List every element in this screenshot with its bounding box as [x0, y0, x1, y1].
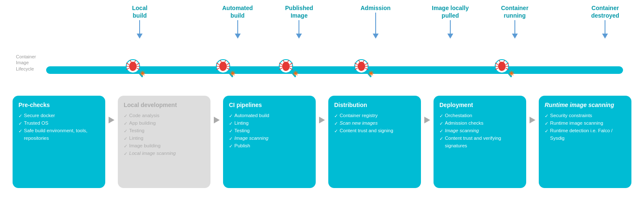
card-ci-item-4: ✓ Publish — [229, 142, 310, 150]
card-local-dev-item-3: ✓ Linting — [124, 135, 205, 142]
arrow-shape — [424, 117, 430, 123]
arrow-shape — [214, 117, 220, 123]
card-dep-item-2: ✓ Image scanning — [439, 127, 520, 135]
stage-auto-build: Automatedbuild — [222, 4, 253, 39]
card-distribution: Distribution ✓ Container registry ✓ Scan… — [328, 96, 421, 188]
scanner-cont-run: ✳ — [491, 56, 516, 83]
stage-cont-run: Containerrunning — [501, 4, 528, 39]
check-icon: ✓ — [229, 135, 233, 142]
arrow-ci-to-dist — [319, 96, 325, 123]
check-icon: ✓ — [124, 150, 127, 157]
check-icon: ✓ — [124, 135, 127, 142]
svg-point-50 — [500, 62, 504, 65]
arrow-shape — [109, 117, 114, 123]
card-runtime-item-1: ✓ Runtime image scanning — [545, 120, 626, 127]
check-icon: ✓ — [124, 128, 127, 135]
card-pre-checks-item-2: ✓ Safe build environment, tools, reposit… — [18, 127, 99, 142]
scanner-auto-build: ✳ — [212, 56, 237, 83]
stage-admission: Admission — [361, 4, 391, 39]
svg-point-38 — [359, 62, 364, 65]
scanner-local-build: ✳ — [122, 56, 147, 83]
stage-admission-label: Admission — [361, 4, 391, 12]
check-icon: ✓ — [229, 112, 233, 120]
check-icon: ✓ — [545, 120, 548, 127]
arrow-dep-to-runtime — [530, 96, 535, 123]
card-pre-checks-item-1: ✓ Trusted OS — [18, 120, 99, 127]
arrow-dist-to-dep — [424, 96, 430, 123]
stage-pub-image: PublishedImage — [285, 4, 313, 39]
check-icon: ✓ — [18, 120, 22, 127]
arrow-local-to-ci — [214, 96, 220, 123]
svg-point-26 — [284, 62, 288, 65]
card-dist-item-0: ✓ Container registry — [334, 112, 415, 120]
check-icon: ✓ — [229, 128, 233, 135]
card-ci-item-0: ✓ Automated build — [229, 112, 310, 120]
lifecycle-label: Container Image Lifecycle — [16, 54, 36, 72]
arrow-shape — [319, 117, 325, 123]
card-runtime-item-2: ✓ Runtime detection i.e. Falco / Sysdig — [545, 127, 626, 142]
stage-auto-build-label: Automatedbuild — [222, 4, 253, 19]
card-local-dev-item-2: ✓ Testing — [124, 127, 205, 135]
check-icon: ✓ — [439, 112, 443, 120]
check-icon: ✓ — [124, 120, 127, 127]
check-icon: ✓ — [439, 135, 443, 142]
scanner-pub-image: ✳ — [275, 56, 300, 83]
card-runtime-item-0: ✓ Security constraints — [545, 112, 626, 120]
check-icon: ✓ — [439, 128, 443, 135]
card-dist-title: Distribution — [334, 102, 415, 109]
stage-cont-dest-label: Containerdestroyed — [591, 4, 619, 19]
card-dep-item-3: ✓ Content trust and verifying signatures — [439, 135, 520, 150]
check-icon: ✓ — [124, 143, 127, 150]
card-local-dev-item-5: ✓ Local image scanning — [124, 150, 205, 157]
check-icon: ✓ — [18, 112, 22, 120]
stage-cont-run-label: Containerrunning — [501, 4, 528, 19]
card-pre-checks: Pre-checks ✓ Secure docker ✓ Trusted OS … — [13, 96, 105, 188]
card-local-dev-item-4: ✓ Image building — [124, 142, 205, 150]
stage-pub-image-label: PublishedImage — [285, 4, 313, 19]
card-dist-item-1: ✓ Scan new images — [334, 120, 415, 127]
card-ci-item-3: ✓ Image scanning — [229, 135, 310, 142]
diagram-wrapper: Container Image Lifecycle Localbuild Aut… — [0, 0, 644, 217]
card-ci-item-1: ✓ Linting — [229, 120, 310, 127]
svg-point-14 — [221, 62, 225, 65]
card-local-dev: Local development ✓ Code analysis ✓ App … — [118, 96, 210, 188]
card-local-dev-item-0: ✓ Code analysis — [124, 112, 205, 120]
stage-img-pulled: Image locallypulled — [432, 4, 469, 39]
card-runtime: Runtime image scanning ✓ Security constr… — [539, 96, 631, 188]
card-runtime-title: Runtime image scanning — [545, 102, 626, 109]
card-local-dev-item-1: ✓ App building — [124, 120, 205, 127]
card-local-dev-title: Local development — [124, 102, 205, 109]
card-dist-item-2: ✓ Content trust and signing — [334, 127, 415, 135]
check-icon: ✓ — [18, 128, 22, 135]
check-icon: ✓ — [545, 128, 548, 135]
scanner-admission: ✳ — [351, 56, 376, 83]
check-icon: ✓ — [545, 112, 548, 120]
card-ci-pipelines: CI pipelines ✓ Automated build ✓ Linting… — [223, 96, 316, 188]
check-icon: ✓ — [334, 128, 338, 135]
arrow-shape — [530, 117, 535, 123]
card-deployment: Deployment ✓ Orchestation ✓ Admission ch… — [434, 96, 526, 188]
card-pre-checks-item-0: ✓ Secure docker — [18, 112, 99, 120]
svg-point-2 — [131, 62, 135, 65]
cards-section: Pre-checks ✓ Secure docker ✓ Trusted OS … — [8, 96, 636, 188]
stage-cont-dest: Containerdestroyed — [591, 4, 619, 39]
card-ci-item-2: ✓ Testing — [229, 127, 310, 135]
check-icon: ✓ — [334, 120, 338, 127]
arrow-pre-to-local — [109, 96, 114, 123]
timeline-section: Container Image Lifecycle Localbuild Aut… — [8, 4, 636, 92]
card-dep-title: Deployment — [439, 102, 520, 109]
stage-local-build-label: Localbuild — [132, 4, 148, 19]
check-icon: ✓ — [439, 120, 443, 127]
card-dep-item-0: ✓ Orchestation — [439, 112, 520, 120]
card-dep-item-1: ✓ Admission checks — [439, 120, 520, 127]
check-icon: ✓ — [334, 112, 338, 120]
check-icon: ✓ — [229, 143, 233, 150]
card-pre-checks-title: Pre-checks — [18, 102, 99, 109]
stage-img-pulled-label: Image locallypulled — [432, 4, 469, 19]
stage-local-build: Localbuild — [132, 4, 148, 39]
check-icon: ✓ — [124, 112, 127, 120]
card-ci-title: CI pipelines — [229, 102, 310, 109]
check-icon: ✓ — [229, 120, 233, 127]
